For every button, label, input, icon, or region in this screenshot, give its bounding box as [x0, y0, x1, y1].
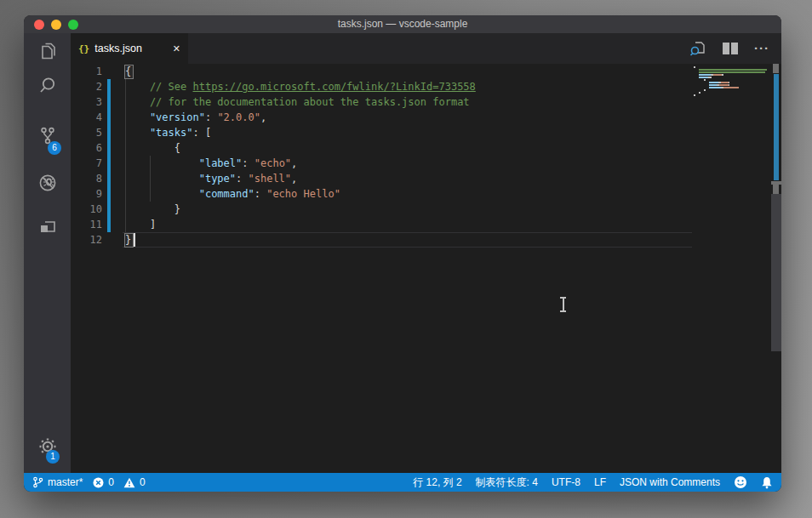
files-icon [37, 40, 59, 62]
editor[interactable]: 1{2 // See https://go.microsoft.com/fwli… [71, 64, 781, 473]
overview-ruler-modified-mark [774, 74, 779, 180]
scrollbar-track[interactable] [771, 194, 781, 351]
text-cursor [134, 233, 135, 247]
code-line[interactable]: 5 "tasks": [ [71, 125, 781, 140]
code-text: { [125, 140, 180, 156]
code-text: "type": "shell", [125, 171, 297, 186]
tab-tasks-json[interactable]: {} tasks.json ✕ [71, 33, 188, 64]
tab-bar: {} tasks.json ✕ [71, 33, 781, 64]
code-area[interactable]: 1{2 // See https://go.microsoft.com/fwli… [71, 64, 781, 248]
minimap[interactable] [694, 66, 769, 97]
line-number: 6 [71, 140, 102, 156]
titlebar[interactable]: tasks.json — vscode-sample [24, 15, 781, 33]
code-text: ] [125, 217, 156, 232]
line-number: 2 [71, 79, 102, 94]
code-text: "label": "echo", [125, 156, 297, 171]
sidebar-item-extensions[interactable] [24, 208, 71, 242]
git-branch-icon [32, 476, 43, 488]
code-text: // See https://go.microsoft.com/fwlink/?… [125, 79, 476, 94]
code-line[interactable]: 1{ [71, 64, 781, 79]
code-text: "version": "2.0.0", [125, 110, 266, 125]
window-title: tasks.json — vscode-sample [24, 15, 781, 33]
sidebar-item-explorer[interactable] [24, 34, 71, 68]
close-window-button[interactable] [34, 20, 44, 30]
scm-changes-badge: 6 [48, 141, 61, 155]
code-line[interactable]: 2 // See https://go.microsoft.com/fwlink… [71, 79, 781, 94]
more-actions-icon[interactable]: ··· [754, 44, 769, 53]
git-branch-status[interactable]: master* [32, 476, 83, 488]
line-number: 10 [71, 202, 102, 217]
line-number: 3 [71, 94, 102, 110]
code-line[interactable]: 9 "command": "echo Hello" [71, 186, 781, 202]
open-preview-icon[interactable] [689, 40, 706, 57]
settings-badge: 1 [46, 450, 60, 464]
overview-ruler-cursor-mark [773, 185, 779, 194]
code-line[interactable]: 8 "type": "shell", [71, 171, 781, 186]
line-number: 7 [71, 156, 102, 171]
line-number: 11 [71, 217, 102, 232]
sidebar-item-search[interactable] [24, 69, 71, 103]
code-text: "tasks": [ [125, 125, 211, 140]
json-file-icon: {} [78, 43, 89, 54]
code-line[interactable]: 10 } [71, 202, 781, 217]
status-bar-right: 行 12, 列 2 制表符长度: 4 UTF-8 LF JSON with Co… [413, 475, 773, 490]
indentation-status[interactable]: 制表符长度: 4 [476, 475, 538, 490]
eol-status[interactable]: LF [594, 476, 606, 488]
error-count: 0 [108, 476, 114, 488]
zoom-window-button[interactable] [68, 20, 78, 30]
minimize-window-button[interactable] [51, 20, 61, 30]
code-text: } [125, 202, 180, 217]
sidebar-item-source-control[interactable]: 6 [24, 119, 71, 153]
sidebar-item-settings[interactable]: 1 [24, 430, 71, 464]
search-icon [37, 75, 59, 97]
tab-label: tasks.json [94, 43, 142, 54]
close-tab-icon[interactable]: ✕ [173, 43, 180, 54]
problems-status[interactable]: 0 0 [93, 476, 145, 488]
warning-count: 0 [140, 476, 146, 488]
line-number: 5 [71, 125, 102, 140]
line-number: 12 [71, 232, 102, 248]
code-text: } [125, 232, 131, 248]
notifications-bell-icon[interactable] [761, 476, 773, 489]
line-number: 4 [71, 110, 102, 125]
split-editor-icon[interactable] [722, 42, 739, 55]
code-line[interactable]: 6 { [71, 140, 781, 156]
mouse-cursor-ibeam [559, 297, 567, 312]
cursor-position-status[interactable]: 行 12, 列 2 [413, 475, 461, 490]
code-line[interactable]: 3 // for the documentation about the tas… [71, 94, 781, 110]
encoding-status[interactable]: UTF-8 [552, 476, 580, 488]
line-number: 9 [71, 186, 102, 202]
line-number: 1 [71, 64, 102, 79]
code-line[interactable]: 4 "version": "2.0.0", [71, 110, 781, 125]
feedback-smiley-icon[interactable] [734, 475, 747, 489]
code-text: "command": "echo Hello" [125, 186, 340, 202]
code-text: // for the documentation about the tasks… [125, 94, 470, 110]
scrollbar-slider[interactable] [773, 64, 779, 73]
desktop-background: tasks.json — vscode-sample [0, 0, 812, 518]
line-number: 8 [71, 171, 102, 186]
code-line[interactable]: 7 "label": "echo", [71, 156, 781, 171]
warning-icon [123, 477, 135, 488]
sidebar-item-debug[interactable] [24, 166, 71, 200]
vscode-window: tasks.json — vscode-sample [24, 15, 781, 492]
code-line[interactable]: 11 ] [71, 217, 781, 232]
code-line[interactable]: 12} [71, 232, 781, 248]
scrollbar[interactable] [771, 64, 781, 473]
traffic-lights [34, 20, 78, 30]
language-mode-status[interactable]: JSON with Comments [620, 476, 720, 488]
code-text: { [125, 64, 131, 79]
branch-name: master* [48, 476, 83, 488]
activity-bar: 6 [24, 33, 71, 473]
debug-icon [37, 172, 59, 194]
error-icon [93, 477, 104, 488]
status-bar: master* 0 0 [24, 473, 781, 492]
editor-actions: ··· [689, 33, 769, 64]
main-area: {} tasks.json ✕ [71, 33, 781, 473]
extensions-icon [37, 214, 59, 236]
